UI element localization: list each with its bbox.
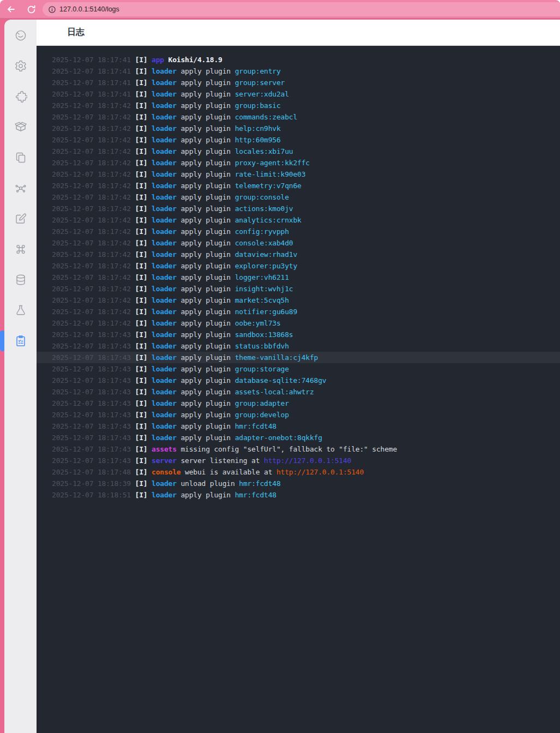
log-row: 2025-12-07 18:17:42 [I] loader apply plu… (37, 157, 560, 169)
gear-icon (14, 59, 27, 73)
url-bar[interactable]: 127.0.0.1:5140/logs (43, 2, 560, 16)
log-row: 2025-12-07 18:17:41 [I] loader apply plu… (37, 77, 560, 88)
sidebar-item-settings[interactable] (13, 58, 28, 74)
log-row: 2025-12-07 18:17:43 [I] loader apply plu… (37, 386, 560, 398)
sidebar (4, 20, 37, 733)
sidebar-item-dashboard[interactable] (13, 28, 28, 43)
reload-icon (26, 4, 37, 15)
log-row: 2025-12-07 18:17:43 [I] loader apply plu… (37, 340, 560, 352)
log-row: 2025-12-07 18:17:42 [I] loader apply plu… (37, 100, 560, 111)
box-icon (14, 121, 27, 134)
page-header: 日志 (37, 20, 560, 46)
log-row: 2025-12-07 18:17:43 [I] loader apply plu… (37, 363, 560, 375)
page-title: 日志 (67, 27, 85, 38)
url-text: 127.0.0.1:5140/logs (59, 5, 119, 13)
sidebar-item-plugins[interactable] (13, 89, 28, 104)
log-row: 2025-12-07 18:17:42 [I] loader apply plu… (37, 180, 560, 191)
log-row: 2025-12-07 18:17:41 [I] loader apply plu… (37, 65, 560, 77)
log-row: 2025-12-07 18:17:42 [I] loader apply plu… (37, 317, 560, 329)
log-row: 2025-12-07 18:17:42 [I] loader apply plu… (37, 134, 560, 146)
copy-icon (14, 151, 27, 164)
sidebar-item-dataview[interactable] (13, 181, 28, 196)
log-row: 2025-12-07 18:17:43 [I] assets missing c… (37, 443, 560, 455)
log-row: 2025-12-07 18:17:43 [I] loader apply plu… (37, 352, 560, 363)
log-row: 2025-12-07 18:17:43 [I] loader apply plu… (37, 375, 560, 386)
puzzle-icon (14, 90, 27, 103)
reload-button[interactable] (25, 3, 38, 16)
log-row: 2025-12-07 18:18:51 [I] loader apply plu… (37, 489, 560, 501)
log-row: 2025-12-07 18:17:42 [I] loader apply plu… (37, 146, 560, 157)
log-row: 2025-12-07 18:17:48 [I] console webui is… (37, 466, 560, 478)
log-row: 2025-12-07 18:17:41 [I] app Koishi/4.18.… (37, 54, 560, 65)
log-row: 2025-12-07 18:17:43 [I] loader apply plu… (37, 420, 560, 432)
log-row: 2025-12-07 18:17:42 [I] loader apply plu… (37, 111, 560, 123)
log-row: 2025-12-07 18:17:42 [I] loader apply plu… (37, 169, 560, 180)
log-row: 2025-12-07 18:17:42 [I] loader apply plu… (37, 283, 560, 295)
sidebar-item-sandbox[interactable] (13, 211, 28, 226)
database-icon (14, 273, 27, 286)
log-row: 2025-12-07 18:17:42 [I] loader apply plu… (37, 306, 560, 317)
app-window: 日志 2025-12-07 18:17:41 [I] app Koishi/4.… (0, 20, 560, 733)
log-row: 2025-12-07 18:17:42 [I] loader apply plu… (37, 237, 560, 249)
log-row: 2025-12-07 18:18:39 [I] loader unload pl… (37, 478, 560, 489)
sidebar-item-experiments[interactable] (13, 303, 28, 318)
log-row: 2025-12-07 18:17:42 [I] loader apply plu… (37, 123, 560, 134)
log-row: 2025-12-07 18:17:42 [I] loader apply plu… (37, 260, 560, 272)
browser-topbar: 127.0.0.1:5140/logs (0, 0, 560, 20)
flask-icon (14, 304, 27, 317)
log-row: 2025-12-07 18:17:42 [I] loader apply plu… (37, 203, 560, 214)
site-info-icon[interactable] (46, 4, 57, 15)
log-row: 2025-12-07 18:17:43 [I] server server li… (37, 455, 560, 466)
log-row: 2025-12-07 18:17:42 [I] loader apply plu… (37, 191, 560, 203)
log-row: 2025-12-07 18:17:43 [I] loader apply plu… (37, 398, 560, 409)
sidebar-item-market[interactable] (13, 119, 28, 135)
log-row: 2025-12-07 18:17:41 [I] loader apply plu… (37, 88, 560, 100)
log-list: 2025-12-07 18:17:41 [I] app Koishi/4.18.… (37, 46, 560, 733)
log-row: 2025-12-07 18:17:42 [I] loader apply plu… (37, 295, 560, 306)
log-row: 2025-12-07 18:17:42 [I] loader apply plu… (37, 249, 560, 260)
back-button[interactable] (4, 3, 17, 16)
koishi-logo-icon (14, 29, 27, 42)
command-icon (14, 243, 27, 256)
back-arrow-icon (5, 4, 16, 15)
sidebar-item-logs[interactable] (13, 333, 28, 349)
log-row: 2025-12-07 18:17:43 [I] loader apply plu… (37, 409, 560, 420)
log-row: 2025-12-07 18:17:42 [I] loader apply plu… (37, 226, 560, 237)
log-row: 2025-12-07 18:17:42 [I] loader apply plu… (37, 272, 560, 283)
sidebar-item-explorer[interactable] (13, 150, 28, 165)
log-row: 2025-12-07 18:17:42 [I] loader apply plu… (37, 214, 560, 226)
graph-icon (14, 182, 27, 195)
sidebar-item-database[interactable] (13, 272, 28, 287)
clipboard-check-icon (14, 334, 27, 347)
log-row: 2025-12-07 18:17:43 [I] loader apply plu… (37, 432, 560, 443)
sidebar-item-commands[interactable] (13, 242, 28, 257)
edit-icon (14, 212, 27, 225)
log-row: 2025-12-07 18:17:43 [I] loader apply plu… (37, 329, 560, 340)
